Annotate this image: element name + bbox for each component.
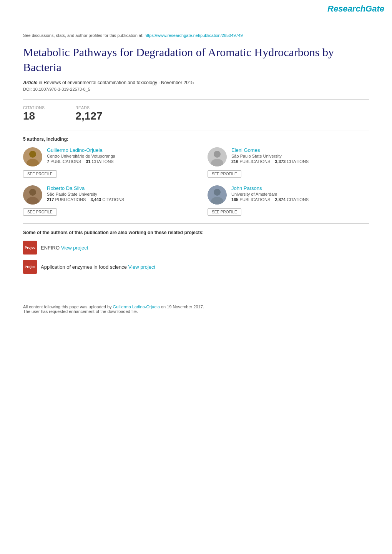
project-text-1: ENFIRO View project: [41, 245, 88, 251]
divider-3: [23, 223, 369, 224]
author-stats-2: 216 PUBLICATIONS 3,373 CITATIONS: [231, 159, 309, 164]
author-avatar-3: [23, 185, 42, 205]
doi-text: DOI: 10.1007/978-3-319-22573-8_5: [23, 87, 369, 92]
author-avatar-img-4: [208, 185, 227, 205]
in-label: in: [39, 80, 42, 85]
author-avatar-4: [208, 185, 227, 205]
footer-upload-date: on 19 November 2017.: [160, 304, 204, 309]
spacer3: [87, 197, 89, 202]
author-affiliation-1: Centro Universitário de Votuporanga: [47, 154, 115, 158]
spacer2: [271, 159, 274, 164]
project-link-2[interactable]: View project: [128, 264, 156, 270]
author-pub-label-2: PUBLICATIONS: [239, 159, 270, 164]
footer-uploader-link[interactable]: Guillermo Ladino-Orjuela: [113, 304, 160, 309]
author-info-2: Eleni Gomes São Paulo State University 2…: [231, 147, 309, 164]
author-name-4[interactable]: John Parsons: [231, 185, 309, 191]
project-title-2: Application of enzymes in food science: [41, 264, 128, 270]
authors-heading: 5 authors, including:: [23, 136, 369, 142]
publication-title: Metabolic Pathways for Degradation of Ar…: [23, 45, 369, 75]
project-item-2: Projec Application of enzymes in food sc…: [23, 260, 369, 274]
project-title-1: ENFIRO: [41, 245, 61, 251]
project-badge-text-2: Projec: [25, 265, 35, 269]
author-avatar-img-3: [23, 185, 42, 205]
svg-point-4: [214, 151, 221, 158]
author-card-inner-1: Guillermo Ladino-Orjuela Centro Universi…: [23, 147, 184, 166]
author-name-3[interactable]: Roberto Da Silva: [47, 185, 124, 191]
author-cite-count-1: 31: [86, 159, 90, 164]
footer-upload-line: All content following this page was uplo…: [23, 304, 369, 309]
author-affiliation-3: São Paulo State University: [47, 192, 124, 196]
author-pub-label-4: PUBLICATIONS: [239, 197, 270, 202]
see-profile-btn-2[interactable]: SEE PROFILE: [208, 170, 241, 178]
project-text-2: Application of enzymes in food science V…: [41, 264, 155, 270]
divider-1: [23, 99, 369, 100]
project-item-1: Projec ENFIRO View project: [23, 241, 369, 255]
author-pub-label-3: PUBLICATIONS: [55, 197, 86, 202]
publication-url-link[interactable]: https://www.researchgate.net/publication…: [145, 33, 243, 38]
divider-2: [23, 130, 369, 130]
article-meta: Article in Reviews of environmental cont…: [23, 80, 369, 85]
author-affiliation-4: University of Amsterdam: [231, 192, 309, 196]
page-wrapper: See discussions, stats, and author profi…: [0, 22, 392, 337]
separator: ·: [158, 80, 161, 85]
author-cite-count-2: 3,373: [275, 159, 286, 164]
reads-label: READS: [75, 106, 102, 110]
footer-request-text: The user has requested enhancement of th…: [23, 309, 138, 314]
author-pub-label-1: PUBLICATIONS: [50, 159, 81, 164]
author-avatar-2: [208, 147, 227, 166]
author-cite-label-1: CITATIONS: [92, 159, 114, 164]
author-stats-3: 217 PUBLICATIONS 3,443 CITATIONS: [47, 197, 124, 202]
author-avatar-img-2: [208, 147, 227, 166]
footer-upload-text: All content following this page was uplo…: [23, 304, 113, 309]
author-pub-count-2: 216: [231, 159, 238, 164]
reads-value: 2,127: [75, 110, 102, 122]
author-stats-4: 165 PUBLICATIONS 2,874 CITATIONS: [231, 197, 309, 202]
author-card-4: John Parsons University of Amsterdam 165…: [208, 185, 369, 216]
author-name-2[interactable]: Eleni Gomes: [231, 147, 309, 153]
see-discussions-note: See discussions, stats, and author profi…: [23, 33, 369, 38]
citations-label: CITATIONS: [23, 106, 45, 110]
svg-point-1: [29, 151, 36, 158]
author-cite-label-2: CITATIONS: [287, 159, 309, 164]
project-link-1[interactable]: View project: [61, 245, 88, 251]
author-avatar-1: [23, 147, 42, 166]
brand-logo[interactable]: ResearchGate: [327, 4, 384, 14]
see-profile-btn-1[interactable]: SEE PROFILE: [23, 170, 57, 178]
citations-stat: CITATIONS 18: [23, 106, 45, 122]
stats-row: CITATIONS 18 READS 2,127: [23, 106, 369, 122]
author-affiliation-2: São Paulo State University: [231, 154, 309, 158]
reads-stat: READS 2,127: [75, 106, 102, 122]
author-card-2: Eleni Gomes São Paulo State University 2…: [208, 147, 369, 178]
publication-date: November 2015: [161, 80, 194, 85]
spacer4: [271, 197, 274, 202]
see-profile-btn-4[interactable]: SEE PROFILE: [208, 208, 241, 216]
author-avatar-img-1: [23, 147, 42, 166]
related-projects-heading: Some of the authors of this publication …: [23, 230, 369, 235]
svg-point-7: [29, 189, 36, 196]
article-type: Article: [23, 80, 37, 85]
author-pub-count-1: 7: [47, 159, 49, 164]
project-badge-1: Projec: [23, 241, 37, 255]
author-name-1[interactable]: Guillermo Ladino-Orjuela: [47, 147, 115, 153]
see-profile-btn-3[interactable]: SEE PROFILE: [23, 208, 57, 216]
authors-grid: Guillermo Ladino-Orjuela Centro Universi…: [23, 147, 369, 216]
author-stats-1: 7 PUBLICATIONS 31 CITATIONS: [47, 159, 115, 164]
footer-request-line: The user has requested enhancement of th…: [23, 309, 369, 314]
spacer: [82, 159, 85, 164]
author-cite-label-3: CITATIONS: [102, 197, 124, 202]
author-cite-count-4: 2,874: [275, 197, 286, 202]
svg-point-10: [214, 189, 221, 196]
project-badge-text-1: Projec: [25, 246, 35, 250]
author-pub-count-3: 217: [47, 197, 54, 202]
journal-name: Reviews of environmental contamination a…: [43, 80, 157, 85]
author-info-3: Roberto Da Silva São Paulo State Univers…: [47, 185, 124, 202]
see-discussions-text: See discussions, stats, and author profi…: [23, 33, 145, 38]
author-card-inner-3: Roberto Da Silva São Paulo State Univers…: [23, 185, 184, 205]
author-card-1: Guillermo Ladino-Orjuela Centro Universi…: [23, 147, 184, 178]
top-bar: ResearchGate: [0, 0, 392, 18]
author-pub-count-4: 165: [231, 197, 238, 202]
author-cite-count-3: 3,443: [91, 197, 101, 202]
author-card-3: Roberto Da Silva São Paulo State Univers…: [23, 185, 184, 216]
author-cite-label-4: CITATIONS: [287, 197, 309, 202]
citations-value: 18: [23, 110, 45, 122]
